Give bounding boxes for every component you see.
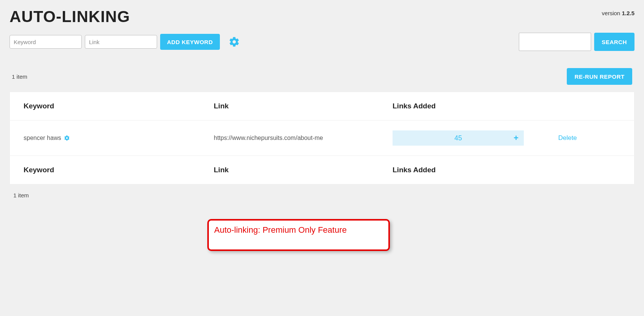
item-count-top: 1 item [12,73,27,80]
callout-text: Auto-linking: Premium Only Feature [214,225,383,235]
row-settings-gear-icon[interactable] [64,135,70,141]
link-value: https://www.nichepursuits.com/about-me [214,135,393,141]
links-added-count: 45 [454,134,462,142]
col-keyword-footer: Keyword [24,166,214,174]
item-count-bottom: 1 item [10,192,634,198]
keyword-value: spencer haws [24,135,61,141]
search-input[interactable] [519,33,591,51]
settings-gear-icon[interactable] [227,35,241,49]
table-row: spencer haws https://www.nichepursuits.c… [10,121,634,156]
search-button[interactable]: SEARCH [594,33,634,51]
premium-callout: Auto-linking: Premium Only Feature [207,219,390,251]
col-link-footer: Link [214,166,393,174]
plus-icon: + [514,133,518,143]
col-keyword: Keyword [24,102,214,110]
table-header-row: Keyword Link Links Added [10,92,634,121]
table-footer-row: Keyword Link Links Added [10,156,634,184]
page-title: AUTO-LINKING [10,8,130,26]
rerun-report-button[interactable]: RE-RUN REPORT [567,68,632,85]
keyword-table: Keyword Link Links Added spencer haws ht… [10,92,634,184]
keyword-input[interactable] [10,35,82,49]
col-links-added-footer: Links Added [393,166,533,174]
version-label: version 1.2.5 [602,10,634,16]
delete-link[interactable]: Delete [533,134,602,142]
add-keyword-button[interactable]: ADD KEYWORD [160,34,220,50]
col-links-added: Links Added [393,102,533,110]
link-input[interactable] [85,35,157,49]
links-added-badge[interactable]: 45 + [393,130,524,146]
col-link: Link [214,102,393,110]
